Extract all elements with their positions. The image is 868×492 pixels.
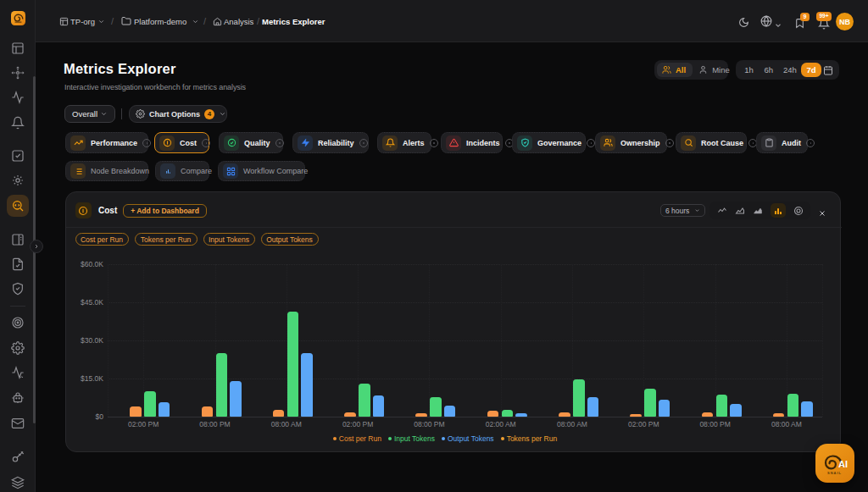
- svg-text:SNAIL: SNAIL: [827, 471, 842, 475]
- svg-text:AI: AI: [838, 459, 848, 469]
